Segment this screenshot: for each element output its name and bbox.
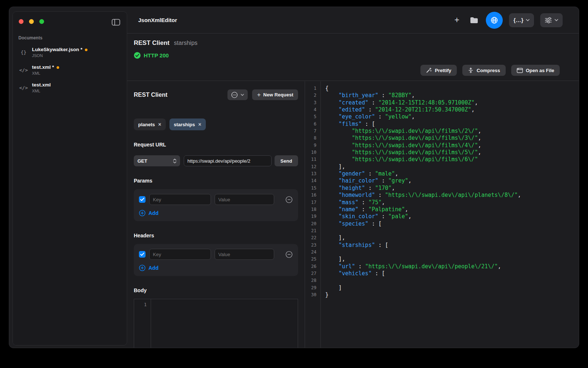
line-number: 9 bbox=[305, 142, 320, 149]
content-split: REST Client + bbox=[127, 81, 579, 348]
line-number: 17 bbox=[305, 199, 320, 206]
line-number: 1 bbox=[305, 85, 320, 92]
toolbar: + bbox=[451, 12, 563, 29]
new-document-button[interactable]: + bbox=[451, 15, 462, 26]
response-line: 8 "https:\/\/swapi.dev\/api\/films\/3\/"… bbox=[305, 135, 579, 142]
response-line: 15 "height" : "170", bbox=[305, 185, 579, 192]
compress-label: Compress bbox=[477, 68, 500, 73]
panel-title: REST Client bbox=[134, 92, 168, 98]
line-number: 16 bbox=[305, 192, 320, 199]
response-line: 22 ], bbox=[305, 234, 579, 241]
main-area: JsonXmlEditor + bbox=[127, 7, 579, 348]
open-as-file-button[interactable]: Open as File bbox=[511, 65, 560, 76]
request-tab-starships[interactable]: starships× bbox=[169, 118, 206, 130]
param-value-input[interactable] bbox=[215, 194, 274, 205]
gutter-divider bbox=[320, 81, 321, 348]
prettify-label: Prettify bbox=[435, 68, 451, 73]
body-label: Body bbox=[134, 287, 298, 293]
line-number: 29 bbox=[305, 284, 320, 291]
close-window-button[interactable] bbox=[19, 19, 24, 24]
response-line: 28 bbox=[305, 277, 579, 284]
app-title: JsonXmlEditor bbox=[138, 17, 177, 23]
body-gutter-divider bbox=[151, 299, 151, 348]
request-url-input[interactable] bbox=[184, 155, 272, 166]
body-editor[interactable]: 1 bbox=[134, 299, 298, 348]
headers-label: Headers bbox=[134, 233, 298, 238]
compress-button[interactable]: Compress bbox=[462, 65, 506, 76]
document-list: {}LukeSkywalker.json *JSON</>test.xml *X… bbox=[16, 43, 124, 96]
document-item[interactable]: {}LukeSkywalker.json *JSON bbox=[16, 43, 124, 61]
minimize-window-button[interactable] bbox=[29, 19, 34, 24]
line-number: 12 bbox=[305, 163, 320, 170]
wand-icon bbox=[426, 67, 432, 73]
param-enabled-checkbox[interactable] bbox=[139, 196, 146, 203]
toggle-sidebar-button[interactable] bbox=[111, 18, 121, 26]
document-title: LukeSkywalker.json * bbox=[32, 47, 87, 52]
param-key-input[interactable] bbox=[149, 194, 211, 205]
rest-client-mode-button[interactable] bbox=[486, 12, 503, 29]
response-line: 4 "edited" : "2014-12-20T21:17:50.347000… bbox=[305, 106, 579, 113]
document-title: test.xml bbox=[32, 82, 51, 88]
response-line: 19 "skin_color" : "pale", bbox=[305, 213, 579, 220]
modified-dot bbox=[85, 49, 87, 51]
prettify-button[interactable]: Prettify bbox=[420, 65, 457, 76]
response-line: 7 "https:\/\/swapi.dev\/api\/films\/2\/"… bbox=[305, 128, 579, 135]
add-header-label: Add bbox=[148, 265, 158, 271]
header-key-input[interactable] bbox=[149, 249, 211, 260]
line-number: 27 bbox=[305, 270, 320, 277]
response-code[interactable]: 1{2 "birth_year" : "82BBY",3 "created" :… bbox=[305, 85, 579, 298]
request-options-button[interactable] bbox=[227, 89, 248, 100]
line-number: 26 bbox=[305, 263, 320, 270]
response-line: 10 "https:\/\/swapi.dev\/api\/films\/5\/… bbox=[305, 149, 579, 156]
breadcrumb-title: REST Client bbox=[134, 39, 169, 47]
breadcrumb-subtitle: starships bbox=[174, 40, 197, 46]
document-item[interactable]: </>test.xml *XML bbox=[16, 61, 124, 79]
new-request-button[interactable]: + New Request bbox=[252, 89, 298, 100]
documents-section-label: Documents bbox=[18, 35, 42, 40]
add-header-button[interactable]: Add bbox=[139, 265, 158, 271]
line-number: 8 bbox=[305, 135, 320, 142]
sidebar: Documents {}LukeSkywalker.json *JSON</>t… bbox=[12, 11, 127, 346]
globe-icon bbox=[490, 16, 498, 24]
remove-param-button[interactable] bbox=[285, 195, 293, 204]
add-param-label: Add bbox=[148, 210, 158, 216]
plus-circle-icon bbox=[139, 210, 146, 216]
line-number: 28 bbox=[305, 277, 320, 284]
header-value-input[interactable] bbox=[215, 249, 274, 260]
method-select[interactable]: GET bbox=[134, 155, 180, 166]
line-number: 2 bbox=[305, 92, 320, 99]
zoom-window-button[interactable] bbox=[39, 19, 44, 24]
json-doc-icon: {} bbox=[19, 50, 28, 55]
response-line: 1{ bbox=[305, 85, 579, 92]
response-line: 24 bbox=[305, 249, 579, 256]
response-line: 26 "url" : "https:\/\/swapi.dev\/api\/pe… bbox=[305, 263, 579, 270]
open-folder-button[interactable] bbox=[469, 15, 480, 26]
close-tab-icon[interactable]: × bbox=[158, 122, 161, 127]
sidebar-icon bbox=[112, 19, 120, 26]
line-number: 21 bbox=[305, 227, 320, 234]
code-format-menu-button[interactable]: {…} bbox=[509, 13, 534, 27]
document-item[interactable]: </>test.xmlXML bbox=[16, 79, 124, 96]
response-line: 16 "homeworld" : "https:\/\/swapi.dev\/a… bbox=[305, 192, 579, 199]
response-line: 12 ], bbox=[305, 163, 579, 170]
settings-menu-button[interactable] bbox=[540, 13, 563, 27]
header-enabled-checkbox[interactable] bbox=[139, 251, 146, 258]
line-number: 20 bbox=[305, 220, 320, 227]
line-number: 11 bbox=[305, 156, 320, 163]
ellipsis-circle-icon bbox=[231, 92, 238, 98]
request-tabs: planets×starships× bbox=[134, 118, 298, 130]
send-button[interactable]: Send bbox=[275, 155, 298, 166]
remove-header-button[interactable] bbox=[285, 250, 293, 258]
up-down-chevrons-icon bbox=[173, 159, 176, 163]
close-tab-icon[interactable]: × bbox=[198, 122, 201, 127]
line-number: 18 bbox=[305, 206, 320, 213]
line-number: 24 bbox=[305, 249, 320, 256]
line-number: 15 bbox=[305, 185, 320, 192]
response-line: 6 "films" : [ bbox=[305, 121, 579, 128]
add-param-button[interactable]: Add bbox=[139, 210, 158, 216]
request-tab-planets[interactable]: planets× bbox=[134, 118, 166, 130]
response-line: 14 "hair_color" : "grey", bbox=[305, 177, 579, 184]
response-line: 18 "name" : "Palpatine", bbox=[305, 206, 579, 213]
brackets-icon: {…} bbox=[513, 17, 523, 23]
params-label: Params bbox=[134, 178, 298, 184]
